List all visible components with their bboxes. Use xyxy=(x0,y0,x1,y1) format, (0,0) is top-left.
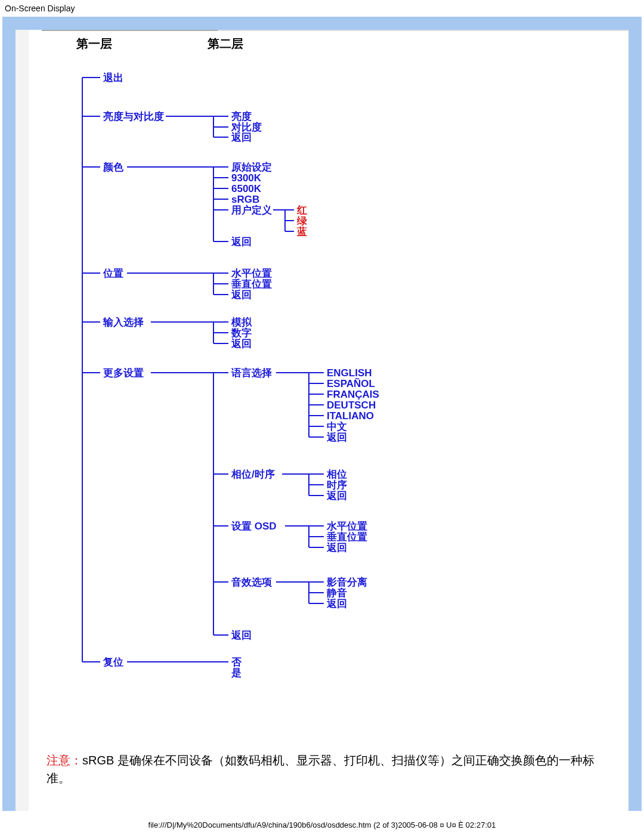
header-level-2: 第二层 xyxy=(208,36,243,52)
menu-position: 位置 xyxy=(103,268,123,279)
item-back: 返回 xyxy=(326,490,347,501)
item-phase: 相位 xyxy=(326,469,347,480)
osd-tree-diagram: 退出 亮度与对比度 亮度 对比度 返回 颜色 原始设定 9300K 6500K xyxy=(47,60,583,716)
item-audio: 音效选项 xyxy=(231,577,273,588)
item-back: 返回 xyxy=(231,289,252,301)
menu-exit: 退出 xyxy=(103,72,123,83)
item-back: 返回 xyxy=(326,598,347,609)
note-prefix: 注意： xyxy=(47,754,82,767)
note-body: sRGB 是确保在不同设备（如数码相机、显示器、打印机、扫描仪等）之间正确交换颜… xyxy=(47,754,595,785)
item-language: 语言选择 xyxy=(231,367,272,379)
item-9300k: 9300K xyxy=(231,172,262,184)
item-clock: 时序 xyxy=(327,479,347,491)
note-text: 注意：sRGB 是确保在不同设备（如数码相机、显示器、打印机、扫描仪等）之间正确… xyxy=(47,751,611,787)
page-title: On-Screen Display xyxy=(0,0,644,17)
menu-brightness-contrast: 亮度与对比度 xyxy=(103,111,164,122)
item-osd-settings: 设置 OSD xyxy=(231,521,277,532)
scroll-indicator xyxy=(42,30,628,31)
item-back: 返回 xyxy=(231,338,252,349)
lang-italiano: ITALIANO xyxy=(327,410,374,422)
item-v-position: 垂直位置 xyxy=(231,278,272,290)
item-osd-h: 水平位置 xyxy=(326,521,367,532)
menu-color: 颜色 xyxy=(103,162,124,173)
header-level-1: 第一层 xyxy=(76,36,112,52)
item-osd-v: 垂直位置 xyxy=(326,531,367,543)
menu-input-select: 输入选择 xyxy=(103,317,144,328)
item-srgb: sRGB xyxy=(231,194,259,205)
item-original: 原始设定 xyxy=(231,162,272,173)
item-back: 返回 xyxy=(231,132,252,143)
item-user-defined: 用户定义 xyxy=(231,205,272,216)
item-back: 返回 xyxy=(326,542,347,553)
item-mute: 静音 xyxy=(326,587,347,599)
item-6500k: 6500K xyxy=(231,183,262,194)
menu-reset: 复位 xyxy=(103,657,123,668)
lang-francais: FRANÇAIS xyxy=(327,389,379,400)
item-green: 绿 xyxy=(296,215,308,227)
lang-espanol: ESPAÑOL xyxy=(327,377,375,389)
item-brightness: 亮度 xyxy=(231,111,252,122)
item-no: 否 xyxy=(231,657,242,668)
lang-deutsch: DEUTSCH xyxy=(327,400,376,411)
item-h-position: 水平位置 xyxy=(231,268,272,279)
lang-english: ENGLISH xyxy=(327,367,372,379)
item-digital: 数字 xyxy=(231,327,252,339)
menu-more-settings: 更多设置 xyxy=(103,367,144,379)
document-frame: 第一层 第二层 退出 亮度与对比度 亮度 对比度 返回 颜色 xyxy=(2,17,642,811)
item-red: 红 xyxy=(296,205,307,216)
lang-back: 返回 xyxy=(326,432,347,443)
lang-chinese: 中文 xyxy=(327,421,347,432)
item-yes: 是 xyxy=(231,667,242,679)
item-blue: 蓝 xyxy=(296,226,307,237)
item-phase-clock: 相位/时序 xyxy=(231,469,275,480)
item-back: 返回 xyxy=(231,236,252,247)
item-av-separate: 影音分离 xyxy=(326,577,367,588)
item-back: 返回 xyxy=(231,630,252,641)
item-analog: 模拟 xyxy=(231,317,252,328)
